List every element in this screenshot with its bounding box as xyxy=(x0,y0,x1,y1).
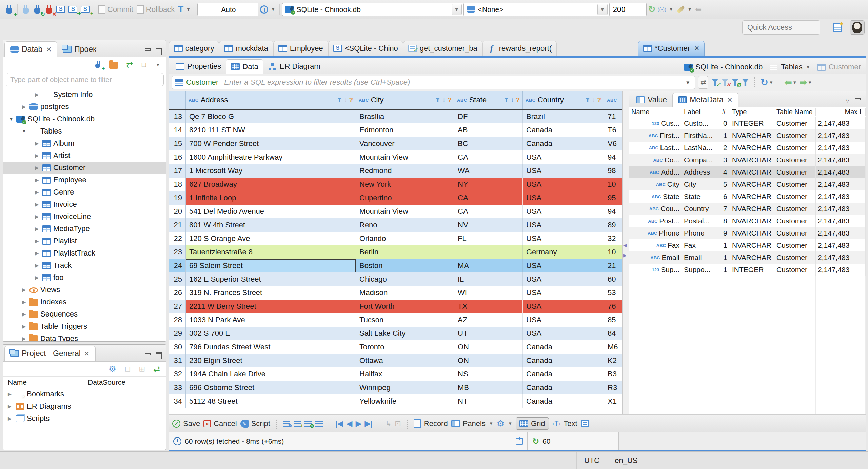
metadata-row[interactable]: ABCFirst... FirstNa... 1 NVARCHAR Custom… xyxy=(629,129,866,142)
cell-country[interactable]: USA xyxy=(523,218,604,232)
sort-icon[interactable]: ↕ xyxy=(442,97,446,103)
cell-country[interactable]: USA xyxy=(523,232,604,245)
column-ordinal[interactable]: 1 xyxy=(721,129,730,142)
cell-postal[interactable]: 89 xyxy=(604,218,622,232)
column-label[interactable]: LastNa... xyxy=(682,142,721,154)
close-icon[interactable]: ✕ xyxy=(727,96,733,104)
tree-chevron-icon[interactable] xyxy=(34,202,40,207)
cell-city[interactable]: Boston xyxy=(356,259,454,272)
tree-item[interactable]: Customer xyxy=(3,162,166,174)
row-number[interactable]: 25 xyxy=(169,272,186,286)
cell-country[interactable]: Canada xyxy=(523,381,604,394)
table-row[interactable]: 25 162 E Superior Street Chicago IL USA … xyxy=(169,272,622,286)
connect-button[interactable] xyxy=(20,4,32,15)
cell-state[interactable]: FL xyxy=(454,232,523,245)
cell-country[interactable]: USA xyxy=(523,286,604,300)
sort-icon[interactable]: ↕ xyxy=(592,97,595,103)
timezone-indicator[interactable]: UTC xyxy=(576,452,607,469)
column-header-name[interactable]: Name xyxy=(3,378,84,386)
project-item[interactable]: ▶ Scripts xyxy=(3,412,166,425)
tree-chevron-icon[interactable] xyxy=(34,153,40,158)
schema-select[interactable]: <None> ▼ xyxy=(463,3,609,16)
cell-city[interactable]: Mountain View xyxy=(356,150,454,164)
apply-filter-button[interactable]: ✓ xyxy=(711,79,718,86)
cell-address[interactable]: 541 Del Medio Avenue xyxy=(186,205,356,218)
refresh-toggle-button[interactable]: ↻((•))▼ xyxy=(647,3,675,16)
column-label[interactable]: Suppo... xyxy=(682,264,721,276)
row-number[interactable]: 22 xyxy=(169,232,186,245)
metadata-row[interactable]: 123Sup... Suppo... 1 INTEGER Customer 2,… xyxy=(629,264,866,276)
metadata-row[interactable]: ABCEmail Email 1 NVARCHAR Customer 2,147… xyxy=(629,251,866,264)
edit-cell-button[interactable]: ✎ xyxy=(283,421,290,427)
new-connection-button[interactable]: + xyxy=(3,4,15,15)
table-row[interactable]: 20 541 Del Medio Avenue Mountain View CA… xyxy=(169,205,622,218)
row-number[interactable]: 19 xyxy=(169,191,186,205)
row-number[interactable]: 20 xyxy=(169,205,186,218)
cell-postal[interactable]: R3 xyxy=(604,381,622,394)
column-header-table-name[interactable]: Table Name xyxy=(774,108,816,116)
cell-address[interactable]: Qe 7 Bloco G xyxy=(186,110,356,123)
cell-address[interactable]: 319 N. Frances Street xyxy=(186,286,356,300)
quick-access-input[interactable] xyxy=(742,20,820,35)
table-row[interactable]: 34 5112 48 Street Yellowknife NT Canada … xyxy=(169,394,622,408)
column-type[interactable]: NVARCHAR xyxy=(730,142,774,154)
grid-scrollbar[interactable]: ◀ ▶ xyxy=(623,91,629,414)
tab-project-general[interactable]: Project - General ✕ xyxy=(4,346,96,361)
cell-country[interactable]: USA xyxy=(523,178,604,191)
row-number[interactable]: 16 xyxy=(169,150,186,164)
metadata-row[interactable]: ABCCo... Compa... 3 NVARCHAR Customer 2,… xyxy=(629,154,866,166)
minimize-icon[interactable] xyxy=(144,352,152,359)
column-label[interactable]: Custo... xyxy=(682,117,721,129)
column-header-max-length[interactable]: Max L xyxy=(816,108,866,116)
transaction-log-button[interactable]: T▼ xyxy=(176,3,192,16)
tree-item[interactable]: SQLite - Chinook.db xyxy=(3,113,166,125)
table-row[interactable]: 21 801 W 4th Street Reno NV USA 89 xyxy=(169,218,622,232)
tree-item[interactable]: Tables xyxy=(3,125,166,137)
column-max-length[interactable]: 2,147,483 xyxy=(816,166,866,178)
tree-chevron-icon[interactable] xyxy=(21,299,27,305)
cell-state[interactable]: WI xyxy=(454,286,523,300)
text-view-button[interactable]: ‹T›Text xyxy=(552,419,577,428)
tree-chevron-icon[interactable] xyxy=(34,263,40,268)
column-label[interactable]: Fax xyxy=(682,239,721,251)
metadata-row[interactable]: ABCFax Fax 1 NVARCHAR Customer 2,147,483 xyxy=(629,239,866,251)
table-row[interactable]: 22 120 S Orange Ave Orlando FL USA 32 xyxy=(169,232,622,245)
column-label[interactable]: Country xyxy=(682,203,721,215)
column-type[interactable]: NVARCHAR xyxy=(730,251,774,264)
table-row[interactable]: 23 Tauentzienstraße 8 Berlin Germany 10 xyxy=(169,245,622,259)
row-number[interactable]: 29 xyxy=(169,327,186,340)
calc-panel-button[interactable] xyxy=(581,420,589,427)
cell-state[interactable]: UT xyxy=(454,327,523,340)
cell-state[interactable]: WA xyxy=(454,164,523,178)
tree-chevron-icon[interactable] xyxy=(34,250,40,256)
tab-properties[interactable]: Properties xyxy=(171,59,226,74)
column-max-length[interactable]: 2,147,483 xyxy=(816,203,866,215)
cell-state[interactable] xyxy=(454,245,523,259)
row-number[interactable]: 24 xyxy=(169,259,186,272)
sort-icon[interactable]: ↕ xyxy=(344,97,347,103)
sql-filter-input[interactable] xyxy=(224,78,680,87)
column-max-length[interactable]: 2,147,483 xyxy=(816,142,866,154)
database-select-arrow[interactable]: ▼ xyxy=(452,4,462,15)
cell-postal[interactable]: 21 xyxy=(604,259,622,272)
column-table[interactable]: Customer xyxy=(774,239,816,251)
table-row[interactable]: 14 8210 111 ST NW Edmonton AB Canada T6 xyxy=(169,123,622,137)
cell-country[interactable]: Canada xyxy=(523,367,604,381)
row-number[interactable]: 33 xyxy=(169,381,186,394)
column-max-length[interactable]: 2,147,483 xyxy=(816,190,866,203)
filter-history-arrow[interactable]: ▼ xyxy=(683,80,692,85)
cell-state[interactable]: ON xyxy=(454,340,523,354)
cell-country[interactable]: USA xyxy=(523,205,604,218)
tree-chevron-icon[interactable] xyxy=(34,92,40,97)
row-number[interactable]: 30 xyxy=(169,340,186,354)
cell-city[interactable]: Toronto xyxy=(356,340,454,354)
column-type[interactable]: NVARCHAR xyxy=(730,227,774,239)
editor-tab[interactable]: Employee xyxy=(273,41,328,56)
tree-item[interactable]: Artist xyxy=(3,149,166,162)
panels-button[interactable]: Panels▼ xyxy=(451,419,493,428)
table-row[interactable]: 33 696 Osborne Street Winnipeg MB Canada… xyxy=(169,381,622,394)
column-header-type[interactable]: Type xyxy=(730,108,774,116)
tree-chevron-icon[interactable] xyxy=(21,128,27,134)
row-number[interactable]: 27 xyxy=(169,300,186,313)
column-max-length[interactable]: 2,147,483 xyxy=(816,239,866,251)
